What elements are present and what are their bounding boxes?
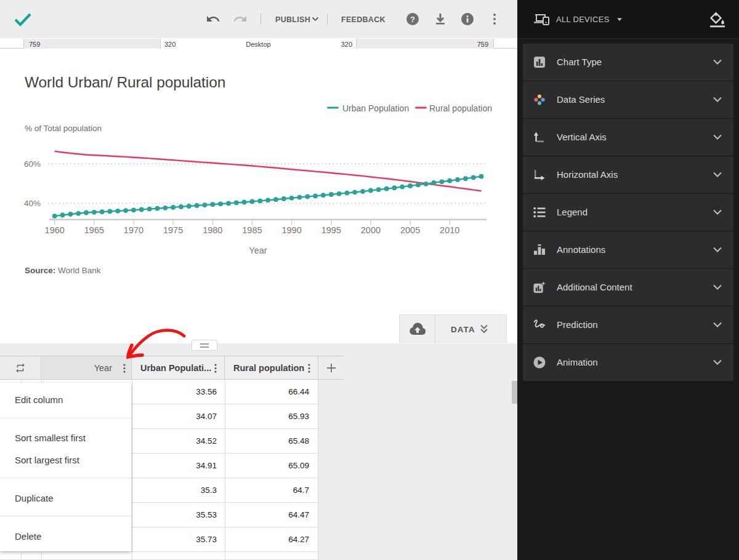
svg-text:60%: 60% (24, 159, 41, 169)
svg-text:1980: 1980 (203, 225, 222, 235)
svg-text:1960: 1960 (45, 225, 65, 235)
svg-text:2005: 2005 (400, 225, 420, 235)
svg-text:2010: 2010 (440, 225, 459, 235)
svg-text:1975: 1975 (163, 225, 183, 235)
svg-text:1990: 1990 (281, 225, 301, 235)
svg-text:1985: 1985 (242, 225, 262, 235)
svg-text:1995: 1995 (321, 225, 341, 235)
svg-text:1970: 1970 (124, 225, 143, 235)
svg-text:40%: 40% (24, 199, 41, 208)
svg-text:?: ? (410, 15, 415, 24)
svg-text:2000: 2000 (361, 225, 381, 235)
svg-text:1965: 1965 (84, 225, 104, 235)
svg-text:Year: Year (249, 246, 267, 255)
